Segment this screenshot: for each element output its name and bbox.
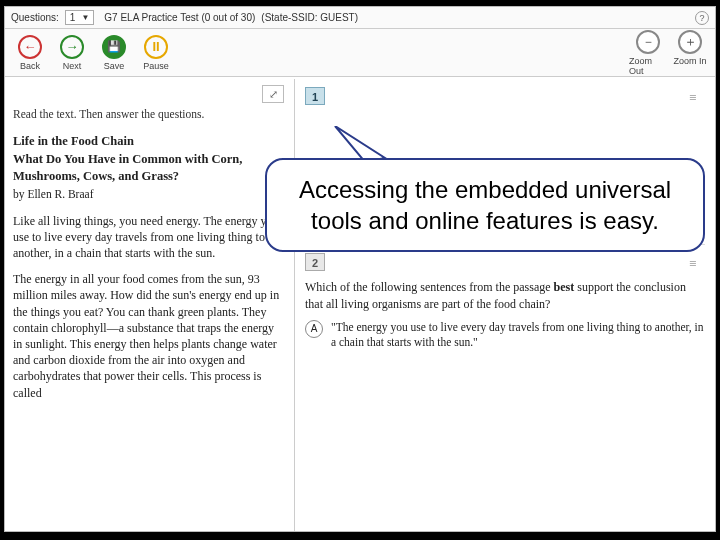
zoom-out-button[interactable]: － Zoom Out [629, 30, 667, 76]
arrow-right-icon: → [60, 35, 84, 59]
q2-bold: best [554, 280, 575, 294]
back-button[interactable]: ← Back [11, 35, 49, 71]
q2-text-part: Which of the following sentences from th… [305, 280, 554, 294]
state-ssid: (State-SSID: GUEST) [261, 12, 358, 23]
expand-icon[interactable]: ⤢ [262, 85, 284, 103]
context-menu-icon[interactable]: ≡ [689, 89, 705, 107]
zoom-in-label: Zoom In [673, 56, 706, 66]
callout-body: Accessing the embedded universal tools a… [265, 158, 705, 252]
question-number: 1 [70, 12, 76, 23]
question-selector[interactable]: 1 ▼ [65, 10, 94, 25]
pause-icon: II [144, 35, 168, 59]
next-label: Next [63, 61, 82, 71]
answer-option-a[interactable]: A "The energy you use to live every day … [305, 320, 705, 351]
question-2-text: Which of the following sentences from th… [305, 279, 705, 311]
story-subtitle: What Do You Have in Common with Corn, Mu… [13, 151, 284, 185]
save-button[interactable]: 💾 Save [95, 35, 133, 71]
passage-paragraph: The energy in all your food comes from t… [13, 271, 284, 401]
story-title: Life in the Food Chain [13, 133, 284, 150]
option-text: "The energy you use to live every day tr… [331, 320, 705, 351]
zoom-in-button[interactable]: ＋ Zoom In [671, 30, 709, 76]
passage-pane: ⤢ Read the text. Then answer the questio… [5, 79, 295, 531]
callout-text: Accessing the embedded universal tools a… [299, 176, 671, 234]
save-label: Save [104, 61, 125, 71]
next-button[interactable]: → Next [53, 35, 91, 71]
question-block-2: 2 ≡ Which of the following sentences fro… [305, 253, 705, 351]
story-author: by Ellen R. Braaf [13, 187, 284, 203]
question-number-badge: 1 [305, 87, 325, 105]
zoom-out-label: Zoom Out [629, 56, 667, 76]
question-number-badge: 2 [305, 253, 325, 271]
questions-label: Questions: [11, 12, 59, 23]
zoom-out-icon: － [636, 30, 660, 54]
back-label: Back [20, 61, 40, 71]
arrow-left-icon: ← [18, 35, 42, 59]
tutorial-callout: Accessing the embedded universal tools a… [265, 158, 705, 252]
option-letter: A [305, 320, 323, 338]
chevron-down-icon: ▼ [81, 13, 89, 22]
help-icon[interactable]: ? [695, 11, 709, 25]
toolbar: ← Back → Next 💾 Save II Pause － Zoom Out… [5, 29, 715, 77]
save-icon: 💾 [102, 35, 126, 59]
pause-button[interactable]: II Pause [137, 35, 175, 71]
pause-label: Pause [143, 61, 169, 71]
zoom-in-icon: ＋ [678, 30, 702, 54]
passage-paragraph: Like all living things, you need energy.… [13, 213, 284, 262]
context-menu-icon[interactable]: ≡ [689, 255, 705, 273]
app-window: Questions: 1 ▼ G7 ELA Practice Test (0 o… [4, 6, 716, 532]
header-bar: Questions: 1 ▼ G7 ELA Practice Test (0 o… [5, 7, 715, 29]
test-title: G7 ELA Practice Test (0 out of 30) [104, 12, 255, 23]
instructions: Read the text. Then answer the questions… [13, 107, 284, 123]
